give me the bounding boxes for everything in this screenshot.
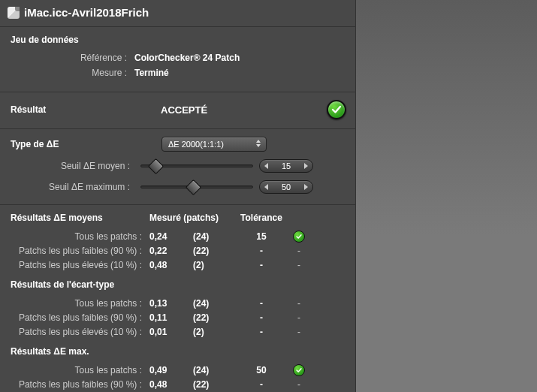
check-icon <box>327 100 346 119</box>
mean-threshold-value: 15 <box>282 161 291 170</box>
measure-label: Mesure : <box>11 68 134 78</box>
dataset-section: Jeu de données Référence : ColorChecker®… <box>0 27 355 92</box>
row-label: Tous les patchs : <box>11 365 149 375</box>
table-row: Patchs les plus faibles (90 %) :0,22(22)… <box>11 243 346 258</box>
row-tolerance: - <box>235 379 288 390</box>
table-row: Tous les patchs :0,24(24)15 <box>11 229 346 243</box>
row-patches: (22) <box>193 246 235 256</box>
row-status: - <box>288 379 310 390</box>
row-status <box>288 231 310 243</box>
measure-value: Terminé <box>134 68 169 78</box>
row-label: Patchs les plus faibles (90 %) : <box>11 246 149 256</box>
row-status: - <box>288 312 310 323</box>
row-measured: 0,01 <box>149 327 193 337</box>
row-measured: 0,49 <box>149 365 193 375</box>
deltae-controls: Type de ΔE ΔE 2000(1:1:1) Seuil ΔE moyen… <box>0 129 355 205</box>
document-icon <box>8 7 20 19</box>
table-row: Tous les patchs :0,13(24)-- <box>11 296 346 310</box>
table-row: Tous les patchs :0,49(24)50 <box>11 363 346 377</box>
row-label: Patchs les plus faibles (90 %) : <box>11 379 149 390</box>
window-title: iMac.icc-Avril2018Frich <box>24 6 149 19</box>
row-status: - <box>288 260 310 270</box>
check-icon <box>293 231 305 243</box>
row-tolerance: - <box>235 246 288 256</box>
row-status: - <box>288 246 310 256</box>
row-patches: (2) <box>193 260 235 270</box>
group-title: Résultats ΔE max. <box>11 346 346 357</box>
row-tolerance: - <box>235 327 288 337</box>
row-patches: (2) <box>193 327 235 337</box>
row-tolerance: 15 <box>235 231 288 242</box>
row-label: Tous les patchs : <box>11 231 149 242</box>
deltae-type-value: ΔE 2000(1:1:1) <box>168 140 224 149</box>
row-label: Patchs les plus élevés (10 %) : <box>11 260 149 270</box>
result-value: ACCEPTÉ <box>161 104 327 116</box>
measure-row: Mesure : Terminé <box>11 68 346 78</box>
table-row: Patchs les plus faibles (90 %) :0,11(22)… <box>11 310 346 324</box>
table-row: Patchs les plus faibles (90 %) :0,48(22)… <box>11 377 346 391</box>
row-measured: 0,48 <box>149 379 193 390</box>
row-patches: (22) <box>193 312 235 323</box>
row-patches: (24) <box>193 298 235 309</box>
row-measured: 0,48 <box>149 260 193 270</box>
chevron-right-icon[interactable] <box>304 184 308 190</box>
slider-thumb[interactable] <box>186 179 201 195</box>
table-row: Patchs les plus élevés (10 %) :0,01(2)-- <box>11 324 346 339</box>
mean-threshold-label: Seuil ΔE moyen : <box>11 161 134 171</box>
max-threshold-label: Seuil ΔE maximum : <box>11 182 134 192</box>
result-section: Résultat ACCEPTÉ <box>0 92 355 129</box>
row-label: Patchs les plus faibles (90 %) : <box>11 312 149 323</box>
mean-threshold-slider[interactable] <box>140 164 253 167</box>
chevron-updown-icon <box>256 140 261 147</box>
row-measured: 0,13 <box>149 298 193 309</box>
row-label: Patchs les plus élevés (10 %) : <box>11 327 149 337</box>
group-title: Résultats de l'écart-type <box>11 279 346 290</box>
reference-row: Référence : ColorChecker® 24 Patch <box>11 53 346 63</box>
slider-thumb[interactable] <box>148 158 164 174</box>
check-icon <box>293 364 305 376</box>
dataset-heading: Jeu de données <box>11 35 346 45</box>
deltae-type-select[interactable]: ΔE 2000(1:1:1) <box>161 137 267 152</box>
chevron-left-icon[interactable] <box>264 163 268 169</box>
row-tolerance: 50 <box>235 365 288 375</box>
reference-value: ColorChecker® 24 Patch <box>134 53 240 63</box>
row-patches: (24) <box>193 365 235 375</box>
row-tolerance: - <box>235 298 288 309</box>
title-bar: iMac.icc-Avril2018Frich <box>0 0 355 27</box>
table-header: Résultats ΔE moyensMesuré (patchs)Toléra… <box>11 213 346 223</box>
deltae-type-label: Type de ΔE <box>11 139 134 149</box>
row-measured: 0,11 <box>149 312 193 323</box>
row-measured: 0,22 <box>149 246 193 256</box>
row-status: - <box>288 327 310 337</box>
reference-label: Référence : <box>11 53 134 63</box>
table-row: Patchs les plus élevés (10 %) :0,48(2)-- <box>11 258 346 272</box>
chevron-left-icon[interactable] <box>264 184 268 190</box>
preview-panel <box>355 0 537 392</box>
row-measured: 0,24 <box>149 231 193 242</box>
left-panel: iMac.icc-Avril2018Frich Jeu de données R… <box>0 0 355 392</box>
row-label: Tous les patchs : <box>11 298 149 309</box>
max-threshold-value: 50 <box>282 182 291 191</box>
max-threshold-slider[interactable] <box>140 185 253 188</box>
row-tolerance: - <box>235 260 288 270</box>
row-status <box>288 364 310 376</box>
results-table: Résultats ΔE moyensMesuré (patchs)Toléra… <box>0 205 355 391</box>
row-status: - <box>288 298 310 309</box>
row-tolerance: - <box>235 312 288 323</box>
result-label: Résultat <box>11 104 161 115</box>
max-threshold-stepper[interactable]: 50 <box>259 180 313 194</box>
row-patches: (24) <box>193 231 235 242</box>
row-patches: (22) <box>193 379 235 390</box>
mean-threshold-stepper[interactable]: 15 <box>259 159 313 173</box>
chevron-right-icon[interactable] <box>304 163 308 169</box>
